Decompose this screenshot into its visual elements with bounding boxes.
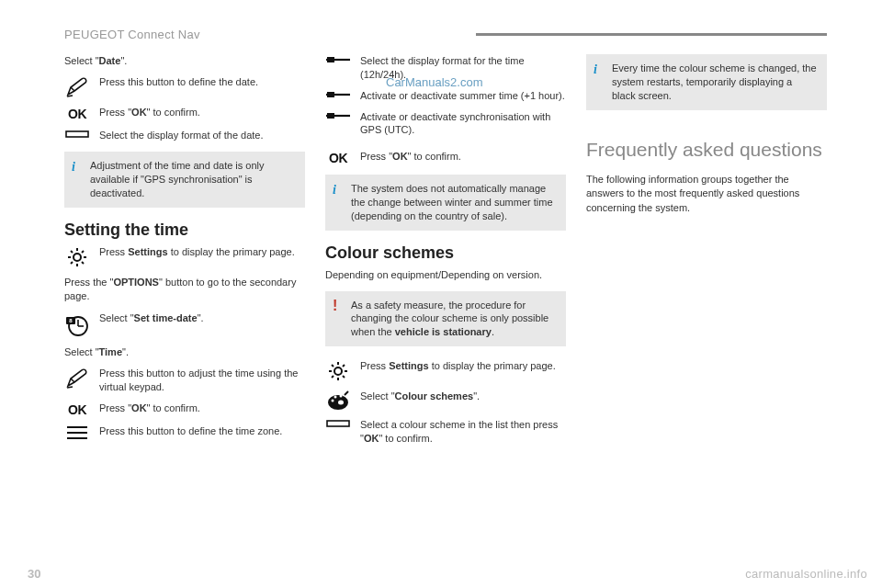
svg-line-29 (332, 365, 334, 367)
step-text: Press this button to adjust the time usi… (99, 367, 305, 394)
heading-colour-schemes: Colour schemes (325, 243, 566, 263)
step-text: Press Settings to display the primary pa… (360, 359, 566, 373)
svg-rect-19 (327, 57, 334, 62)
gear-icon (325, 359, 351, 382)
heading-setting-time: Setting the time (64, 220, 305, 240)
step-text: Activate or deactivate synchronisation w… (360, 110, 566, 138)
step-select-scheme-confirm: Select a colour scheme in the list then … (325, 418, 566, 446)
svg-rect-21 (327, 92, 334, 97)
content-columns: Select "Date". Press this button to defi… (64, 54, 827, 453)
step-text: Press this button to define the date. (99, 75, 305, 89)
watermark-bottom: carmanualsonline.info (745, 567, 867, 581)
info-text: Adjustment of the time and date is only … (90, 159, 296, 200)
svg-point-34 (338, 401, 344, 405)
step-display-format-time: Select the display format for the time (… (325, 54, 566, 82)
step-ok-confirm-1: OK Press "OK" to confirm. (64, 106, 305, 121)
step-define-timezone: Press this button to define the time zon… (64, 424, 305, 440)
toggle-icon (325, 110, 351, 120)
ok-icon: OK (64, 106, 90, 121)
ok-icon: OK (325, 150, 351, 165)
svg-rect-23 (327, 113, 334, 119)
step-text: Select the display format for the time (… (360, 54, 566, 82)
clock-date-icon: 8 (64, 311, 90, 338)
step-text: Select "Set time-date". (99, 311, 305, 325)
step-text: Select "Colour schemes". (360, 390, 566, 403)
svg-line-9 (82, 251, 84, 253)
page-header: PEUGEOT Connect Nav (64, 28, 827, 41)
info-icon: i (72, 159, 83, 200)
column-1: Select "Date". Press this button to defi… (64, 54, 305, 453)
press-options-line: Press the "OPTIONS" button to go to the … (64, 276, 305, 304)
warning-icon: ! (333, 299, 344, 340)
step-text: Select a colour scheme in the list then … (360, 418, 566, 446)
step-text: Select the display format of the date. (99, 129, 305, 142)
info-restart: i Every time the colour scheme is change… (586, 54, 827, 110)
svg-point-35 (332, 400, 334, 402)
step-text: Activate or deactivate summer time (+1 h… (360, 89, 566, 103)
info-gps-sync: i Adjustment of the time and date is onl… (64, 152, 305, 208)
svg-line-6 (71, 251, 73, 253)
svg-line-32 (343, 365, 345, 367)
slot-icon (64, 129, 90, 139)
svg-line-7 (82, 262, 84, 264)
svg-line-30 (343, 376, 345, 378)
select-time-line: Select "Time". (64, 345, 305, 359)
svg-point-24 (334, 368, 342, 375)
faq-body: The following information groups togethe… (586, 173, 827, 215)
svg-line-31 (332, 376, 334, 378)
warn-text: As a safety measure, the procedure for c… (351, 299, 557, 340)
svg-rect-38 (327, 421, 349, 426)
step-text: Press Settings to display the primary pa… (99, 245, 305, 259)
heading-faq: Frequently asked questions (586, 138, 827, 162)
toggle-icon (325, 54, 351, 64)
info-text: Every time the colour scheme is changed,… (612, 62, 818, 103)
info-text: The system does not automatically manage… (351, 182, 557, 223)
svg-point-37 (340, 395, 343, 398)
header-title: PEUGEOT Connect Nav (64, 28, 200, 41)
slot-icon (325, 418, 351, 428)
list-icon (64, 424, 90, 440)
step-select-set-time-date: 8 Select "Set time-date". (64, 311, 305, 338)
column-2: Select the display format for the time (… (325, 54, 566, 453)
svg-point-36 (334, 396, 337, 399)
page-number: 30 (28, 567, 40, 581)
header-rule (476, 33, 827, 36)
info-icon: i (594, 62, 605, 103)
svg-point-1 (74, 254, 81, 261)
svg-rect-0 (66, 131, 88, 137)
column-3: i Every time the colour scheme is change… (586, 54, 827, 453)
step-select-colour-schemes: Select "Colour schemes". (325, 390, 566, 411)
step-text: Press "OK" to confirm. (360, 150, 566, 164)
svg-line-8 (71, 262, 73, 264)
step-ok-confirm-2: OK Press "OK" to confirm. (64, 401, 305, 417)
toggle-icon (325, 89, 351, 99)
step-text: Press "OK" to confirm. (99, 106, 305, 119)
gear-icon (64, 245, 90, 268)
ok-icon: OK (64, 401, 90, 417)
palette-icon (325, 390, 351, 411)
step-ok-confirm-3: OK Press "OK" to confirm. (325, 150, 566, 165)
step-display-format-date: Select the display format of the date. (64, 129, 305, 142)
info-auto-change: i The system does not automatically mana… (325, 175, 566, 231)
pencil-icon (64, 75, 90, 98)
select-date-line: Select "Date". (64, 54, 305, 68)
manual-page: PEUGEOT Connect Nav Select "Date". Press… (0, 0, 882, 471)
info-icon: i (333, 182, 344, 223)
step-text: Press this button to define the time zon… (99, 424, 305, 438)
warn-stationary: ! As a safety measure, the procedure for… (325, 291, 566, 347)
step-adjust-time: Press this button to adjust the time usi… (64, 367, 305, 394)
step-press-settings-2: Press Settings to display the primary pa… (325, 359, 566, 382)
step-text: Press "OK" to confirm. (99, 401, 305, 415)
step-summer-time: Activate or deactivate summer time (+1 h… (325, 89, 566, 103)
step-press-settings-1: Press Settings to display the primary pa… (64, 245, 305, 268)
step-define-date: Press this button to define the date. (64, 75, 305, 98)
step-gps-sync: Activate or deactivate synchronisation w… (325, 110, 566, 138)
depending-on-text: Depending on equipment/Depending on vers… (325, 268, 566, 282)
pencil-icon (64, 367, 90, 390)
